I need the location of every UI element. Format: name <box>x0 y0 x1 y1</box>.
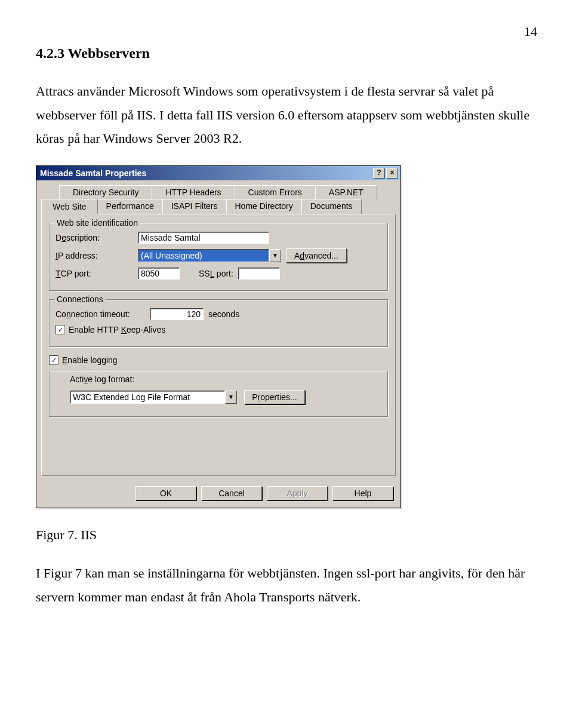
paragraph-2: I Figur 7 kan man se inställningarna för… <box>36 561 537 609</box>
tab-isapi-filters[interactable]: ISAPI Filters <box>162 199 227 214</box>
label-ip-address: IP address: <box>56 251 133 260</box>
label-seconds: seconds <box>208 309 239 319</box>
dialog-title: Missade Samtal Properties <box>40 168 146 178</box>
label-ssl-port: SSL port: <box>199 269 233 278</box>
dialog-titlebar: Missade Samtal Properties ? × <box>36 166 401 180</box>
log-properties-button[interactable]: Properties... <box>244 390 305 404</box>
advanced-button[interactable]: Advanced... <box>286 248 347 263</box>
log-format-select[interactable]: ▼ <box>70 391 237 404</box>
dialog-button-row: OK Cancel Apply Help <box>36 481 401 508</box>
label-active-log-format: Active log format: <box>56 374 381 384</box>
tab-web-site[interactable]: Web Site <box>41 199 98 214</box>
group-logging: Active log format: ▼ Properties... <box>49 371 388 417</box>
ip-address-select[interactable]: ▼ <box>138 249 281 262</box>
group-title-identification: Web site identification <box>54 218 140 228</box>
tab-asp-net[interactable]: ASP.NET <box>315 185 377 199</box>
label-tcp-port: TCP port: <box>56 269 133 278</box>
properties-dialog: Missade Samtal Properties ? × Directory … <box>36 165 401 508</box>
paragraph-1: Attracs använder Microsoft Windows som o… <box>36 79 537 150</box>
keep-alives-checkbox[interactable]: ✓ <box>56 325 65 334</box>
cancel-button[interactable]: Cancel <box>201 486 262 500</box>
connection-timeout-input[interactable] <box>150 308 204 320</box>
label-keep-alives: Enable HTTP Keep-Alives <box>69 325 165 334</box>
tab-home-directory[interactable]: Home Directory <box>226 199 302 214</box>
spacer <box>49 425 388 467</box>
label-description: Description: <box>56 233 133 242</box>
tab-strip: Directory Security HTTP Headers Custom E… <box>36 180 401 214</box>
ip-address-value <box>138 249 269 262</box>
tab-directory-security[interactable]: Directory Security <box>59 185 152 199</box>
chevron-down-icon[interactable]: ▼ <box>269 249 281 262</box>
tab-http-headers[interactable]: HTTP Headers <box>152 185 235 199</box>
enable-logging-checkbox[interactable]: ✓ <box>49 355 58 365</box>
group-title-connections: Connections <box>54 294 106 304</box>
group-web-site-identification: Web site identification Description: IP … <box>49 223 388 291</box>
description-input[interactable] <box>138 232 269 244</box>
chevron-down-icon[interactable]: ▼ <box>225 391 237 404</box>
tab-custom-errors[interactable]: Custom Errors <box>235 185 316 199</box>
help-icon[interactable]: ? <box>373 168 385 179</box>
label-connection-timeout: Connection timeout: <box>56 309 145 319</box>
close-icon[interactable]: × <box>386 168 398 179</box>
apply-button[interactable]: Apply <box>267 486 328 500</box>
ok-button[interactable]: OK <box>135 486 196 500</box>
ssl-port-input[interactable] <box>238 268 280 279</box>
help-button[interactable]: Help <box>332 486 393 500</box>
log-format-value <box>70 391 225 404</box>
group-connections: Connections Connection timeout: seconds … <box>49 299 388 347</box>
tab-performance[interactable]: Performance <box>97 199 163 214</box>
tab-documents[interactable]: Documents <box>301 199 362 214</box>
tab-panel: Web site identification Description: IP … <box>41 214 396 476</box>
page-number: 14 <box>36 24 537 39</box>
section-heading: 4.2.3 Webbservern <box>36 45 537 62</box>
tcp-port-input[interactable] <box>138 268 180 279</box>
label-enable-logging: Enable logging <box>62 355 118 365</box>
figure-caption: Figur 7. IIS <box>36 523 537 547</box>
